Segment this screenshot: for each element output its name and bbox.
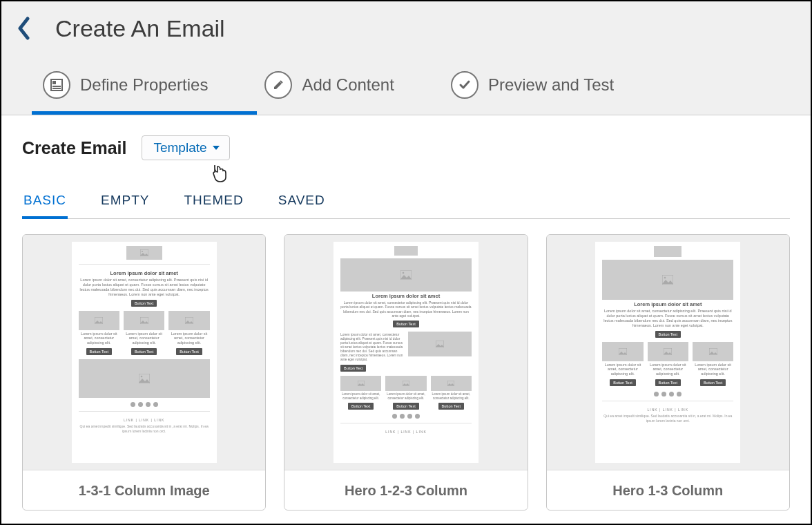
step-preview-test[interactable]: Preview and Test — [430, 55, 635, 115]
properties-icon — [43, 71, 70, 99]
edit-icon — [264, 71, 292, 99]
template-card-1-3-1-column-image[interactable]: Lorem ipsum dolor sit amet Lorem ipsum d… — [22, 234, 266, 510]
cursor-icon — [212, 164, 229, 183]
template-card-hero-1-3-column[interactable]: Lorem ipsum dolor sit amet Lorem ipsum d… — [546, 234, 790, 510]
image-icon — [340, 258, 472, 292]
template-name: Hero 1-2-3 Column — [284, 470, 527, 510]
svg-point-12 — [403, 272, 405, 274]
image-icon — [602, 260, 733, 300]
tab-basic[interactable]: BASIC — [22, 186, 68, 219]
step-label: Define Properties — [80, 75, 208, 95]
svg-point-5 — [142, 251, 143, 252]
tab-saved[interactable]: SAVED — [277, 186, 327, 218]
template-name: 1-3-1 Column Image — [23, 470, 265, 510]
template-cards: Lorem ipsum dolor sit amet Lorem ipsum d… — [22, 234, 790, 510]
section-title: Create Email — [22, 138, 126, 158]
template-dropdown-label: Template — [153, 140, 206, 155]
wizard-steps: Define Properties Add Content Preview an… — [1, 55, 811, 115]
template-preview: Lorem ipsum dolor sit amet Lorem ipsum d… — [23, 235, 265, 470]
image-icon — [394, 246, 418, 256]
svg-point-10 — [140, 376, 142, 378]
step-label: Preview and Test — [488, 75, 614, 95]
step-add-content[interactable]: Add Content — [244, 55, 414, 115]
svg-rect-1 — [52, 81, 56, 84]
template-category-tabs: BASIC EMPTY THEMED SAVED — [22, 186, 790, 219]
active-step-underline — [32, 111, 257, 115]
caret-down-icon — [213, 146, 220, 150]
step-label: Add Content — [302, 75, 394, 95]
page-title: Create An Email — [55, 15, 225, 42]
image-icon — [654, 246, 682, 257]
template-preview: Lorem ipsum dolor sit amet Lorem ipsum d… — [284, 235, 527, 470]
template-name: Hero 1-3 Column — [547, 470, 789, 510]
tab-themed[interactable]: THEMED — [182, 186, 244, 218]
template-preview: Lorem ipsum dolor sit amet Lorem ipsum d… — [547, 235, 789, 470]
tab-empty[interactable]: EMPTY — [99, 186, 151, 218]
check-icon — [451, 71, 478, 99]
template-dropdown[interactable]: Template — [142, 135, 229, 160]
template-card-hero-1-2-3-column[interactable]: Lorem ipsum dolor sit amet Lorem ipsum d… — [284, 234, 528, 510]
svg-point-18 — [664, 277, 666, 279]
back-button[interactable] — [15, 15, 33, 42]
step-define-properties[interactable]: Define Properties — [22, 55, 229, 115]
chevron-left-icon — [17, 17, 31, 40]
image-icon — [126, 246, 162, 260]
